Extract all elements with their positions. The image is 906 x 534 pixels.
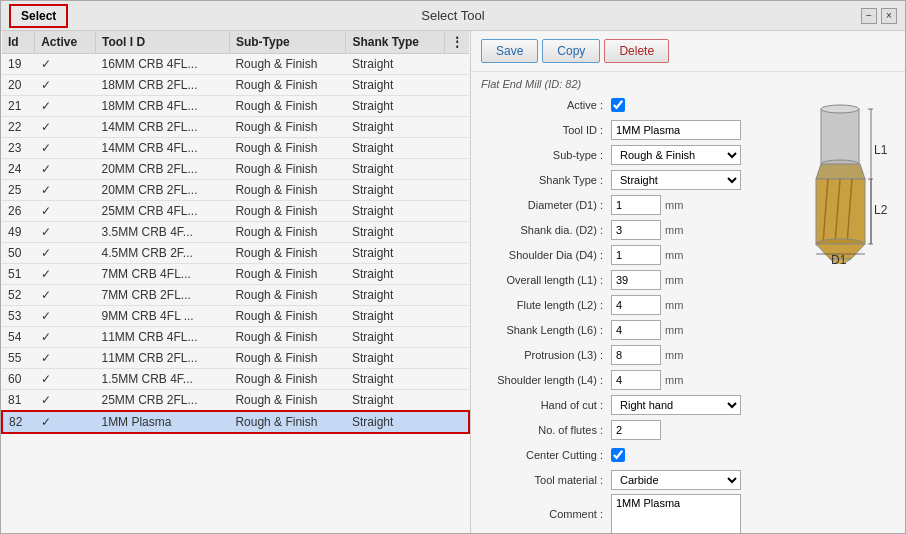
cell-id: 49 bbox=[2, 222, 35, 243]
cell-id: 26 bbox=[2, 201, 35, 222]
cell-id: 55 bbox=[2, 348, 35, 369]
protrusion-input[interactable] bbox=[611, 345, 661, 365]
active-row: Active : bbox=[481, 94, 785, 116]
diameter-label: Diameter (D1) : bbox=[481, 199, 611, 211]
shank-type-select[interactable]: Straight Tapered bbox=[611, 170, 741, 190]
table-container[interactable]: Id Active Tool I D Sub-Type Shank Type ⋮… bbox=[1, 31, 470, 533]
cell-menu bbox=[445, 201, 470, 222]
subtype-row: Sub-type : Rough & Finish Rough Finish bbox=[481, 144, 785, 166]
close-button[interactable]: × bbox=[881, 8, 897, 24]
hand-of-cut-select[interactable]: Right hand Left hand bbox=[611, 395, 741, 415]
table-row[interactable]: 52✓7MM CRB 2FL...Rough & FinishStraight bbox=[2, 285, 469, 306]
copy-button[interactable]: Copy bbox=[542, 39, 600, 63]
cell-active: ✓ bbox=[35, 117, 96, 138]
flute-length-input[interactable] bbox=[611, 295, 661, 315]
tool-detail-panel: Save Copy Delete Flat End Mill (ID: 82) … bbox=[471, 31, 905, 533]
cell-tool-id: 25MM CRB 2FL... bbox=[95, 390, 229, 412]
comment-textarea[interactable]: 1MM Plasma bbox=[611, 494, 741, 533]
cell-tool-id: 3.5MM CRB 4F... bbox=[95, 222, 229, 243]
table-row[interactable]: 54✓11MM CRB 4FL...Rough & FinishStraight bbox=[2, 327, 469, 348]
num-flutes-input[interactable] bbox=[611, 420, 661, 440]
cell-id: 19 bbox=[2, 54, 35, 75]
cell-sub-type: Rough & Finish bbox=[229, 369, 346, 390]
cell-menu bbox=[445, 54, 470, 75]
section-title: Flat End Mill (ID: 82) bbox=[481, 78, 895, 90]
table-row[interactable]: 49✓3.5MM CRB 4F...Rough & FinishStraight bbox=[2, 222, 469, 243]
center-cutting-label: Center Cutting : bbox=[481, 449, 611, 461]
cell-sub-type: Rough & Finish bbox=[229, 285, 346, 306]
table-row[interactable]: 23✓14MM CRB 4FL...Rough & FinishStraight bbox=[2, 138, 469, 159]
table-row[interactable]: 20✓18MM CRB 2FL...Rough & FinishStraight bbox=[2, 75, 469, 96]
shoulder-length-unit: mm bbox=[665, 374, 683, 386]
cell-active: ✓ bbox=[35, 285, 96, 306]
cell-tool-id: 16MM CRB 4FL... bbox=[95, 54, 229, 75]
cell-tool-id: 7MM CRB 2FL... bbox=[95, 285, 229, 306]
cell-sub-type: Rough & Finish bbox=[229, 201, 346, 222]
table-row[interactable]: 51✓7MM CRB 4FL...Rough & FinishStraight bbox=[2, 264, 469, 285]
col-menu[interactable]: ⋮ bbox=[445, 31, 470, 54]
tool-material-select[interactable]: Carbide HSS bbox=[611, 470, 741, 490]
shank-length-input[interactable] bbox=[611, 320, 661, 340]
cell-menu bbox=[445, 75, 470, 96]
cell-active: ✓ bbox=[35, 138, 96, 159]
cell-shank-type: Straight bbox=[346, 369, 445, 390]
table-row[interactable]: 22✓14MM CRB 2FL...Rough & FinishStraight bbox=[2, 117, 469, 138]
table-row[interactable]: 26✓25MM CRB 4FL...Rough & FinishStraight bbox=[2, 201, 469, 222]
window-title: Select Tool bbox=[421, 8, 484, 23]
table-row[interactable]: 81✓25MM CRB 2FL...Rough & FinishStraight bbox=[2, 390, 469, 412]
table-row[interactable]: 53✓9MM CRB 4FL ...Rough & FinishStraight bbox=[2, 306, 469, 327]
cell-tool-id: 11MM CRB 2FL... bbox=[95, 348, 229, 369]
table-row[interactable]: 19✓16MM CRB 4FL...Rough & FinishStraight bbox=[2, 54, 469, 75]
cell-id: 53 bbox=[2, 306, 35, 327]
diameter-input[interactable] bbox=[611, 195, 661, 215]
cell-sub-type: Rough & Finish bbox=[229, 222, 346, 243]
subtype-select[interactable]: Rough & Finish Rough Finish bbox=[611, 145, 741, 165]
cell-shank-type: Straight bbox=[346, 243, 445, 264]
cell-sub-type: Rough & Finish bbox=[229, 390, 346, 412]
active-checkbox[interactable] bbox=[611, 98, 625, 112]
cell-id: 22 bbox=[2, 117, 35, 138]
cell-id: 60 bbox=[2, 369, 35, 390]
protrusion-label: Protrusion (L3) : bbox=[481, 349, 611, 361]
table-row[interactable]: 60✓1.5MM CRB 4F...Rough & FinishStraight bbox=[2, 369, 469, 390]
table-row[interactable]: 50✓4.5MM CRB 2F...Rough & FinishStraight bbox=[2, 243, 469, 264]
cell-active: ✓ bbox=[35, 327, 96, 348]
table-row[interactable]: 24✓20MM CRB 2FL...Rough & FinishStraight bbox=[2, 159, 469, 180]
shoulder-length-input[interactable] bbox=[611, 370, 661, 390]
select-button[interactable]: Select bbox=[9, 4, 68, 28]
center-cutting-checkbox[interactable] bbox=[611, 448, 625, 462]
cell-tool-id: 9MM CRB 4FL ... bbox=[95, 306, 229, 327]
cell-sub-type: Rough & Finish bbox=[229, 54, 346, 75]
protrusion-row: Protrusion (L3) : mm bbox=[481, 344, 785, 366]
svg-rect-0 bbox=[821, 109, 859, 164]
cell-active: ✓ bbox=[35, 348, 96, 369]
col-subtype: Sub-Type bbox=[229, 31, 346, 54]
overall-length-input[interactable] bbox=[611, 270, 661, 290]
cell-sub-type: Rough & Finish bbox=[229, 306, 346, 327]
form-section: Flat End Mill (ID: 82) Active : Tool ID … bbox=[471, 72, 905, 533]
cell-shank-type: Straight bbox=[346, 75, 445, 96]
cell-active: ✓ bbox=[35, 75, 96, 96]
cell-tool-id: 20MM CRB 2FL... bbox=[95, 159, 229, 180]
shoulder-dia-input[interactable] bbox=[611, 245, 661, 265]
table-row[interactable]: 25✓20MM CRB 2FL...Rough & FinishStraight bbox=[2, 180, 469, 201]
cell-id: 24 bbox=[2, 159, 35, 180]
tool-diagram: L1 L2 D1 bbox=[793, 104, 888, 264]
active-label: Active : bbox=[481, 99, 611, 111]
table-row[interactable]: 82✓1MM PlasmaRough & FinishStraight bbox=[2, 411, 469, 433]
cell-active: ✓ bbox=[35, 180, 96, 201]
tool-id-input[interactable] bbox=[611, 120, 741, 140]
table-row[interactable]: 55✓11MM CRB 2FL...Rough & FinishStraight bbox=[2, 348, 469, 369]
hand-of-cut-row: Hand of cut : Right hand Left hand bbox=[481, 394, 785, 416]
shank-dia-input[interactable] bbox=[611, 220, 661, 240]
save-button[interactable]: Save bbox=[481, 39, 538, 63]
form-fields: Active : Tool ID : Sub-type : R bbox=[481, 94, 785, 533]
table-row[interactable]: 21✓18MM CRB 4FL...Rough & FinishStraight bbox=[2, 96, 469, 117]
cell-shank-type: Straight bbox=[346, 327, 445, 348]
cell-id: 23 bbox=[2, 138, 35, 159]
minimize-button[interactable]: − bbox=[861, 8, 877, 24]
delete-button[interactable]: Delete bbox=[604, 39, 669, 63]
shoulder-dia-unit: mm bbox=[665, 249, 683, 261]
window-controls: − × bbox=[861, 8, 897, 24]
cell-id: 51 bbox=[2, 264, 35, 285]
